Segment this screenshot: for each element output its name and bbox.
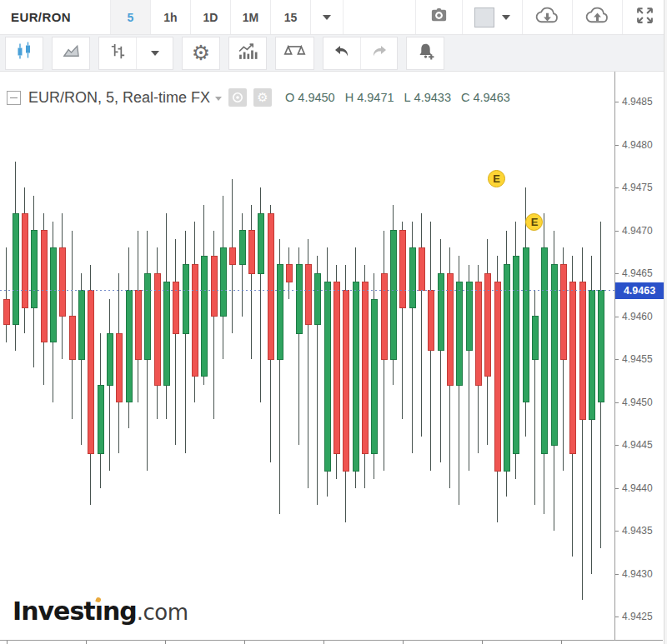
open-label: O (285, 91, 294, 104)
chart-pane[interactable]: EUR/RON, 5, Real-time FX ⚙ O 4.9450 H 4.… (0, 72, 667, 644)
candle-up (324, 247, 330, 497)
price-axis[interactable]: 4.94854.94804.94754.94704.94654.94604.94… (614, 72, 663, 640)
price-tick (615, 273, 619, 274)
chart-widget: EUR/RON 5 1h 1D 1M 15 (0, 0, 667, 644)
price-tick-label: 4.9460 (622, 311, 653, 322)
candle-down (484, 239, 490, 445)
symbol-label: EUR/RON (11, 10, 71, 24)
redo-button[interactable] (360, 37, 397, 69)
candle-down (211, 231, 217, 420)
time-tick (482, 641, 483, 644)
time-axis[interactable] (0, 640, 663, 644)
candle-down (560, 247, 566, 471)
high-value: 4.9471 (357, 91, 394, 104)
close-label: C (461, 91, 469, 104)
style-swatch-icon (474, 7, 494, 27)
low-label: L (404, 91, 411, 104)
undo-arrow-icon (332, 43, 352, 63)
candle-up (371, 273, 377, 479)
price-tick (615, 402, 619, 403)
symbol-button[interactable]: EUR/RON (0, 0, 110, 34)
interval-dropdown-button[interactable] (310, 0, 344, 34)
candlestick-series (0, 72, 614, 640)
cloud-upload-icon (584, 5, 610, 29)
candle-down (135, 231, 141, 402)
price-tick (615, 231, 619, 232)
bars-style-button[interactable] (99, 37, 136, 69)
gear-icon: ⚙ (192, 42, 210, 63)
candle-down (69, 231, 75, 420)
candle-down (579, 247, 585, 599)
chart-style-dropdown-button[interactable] (462, 0, 522, 34)
undo-redo-group (323, 37, 398, 70)
price-tick-label: 4.9480 (622, 139, 653, 151)
fullscreen-button[interactable] (622, 0, 667, 34)
close-value: 4.9463 (473, 91, 509, 104)
page-edge (664, 0, 667, 644)
price-tick-label: 4.9455 (622, 353, 653, 365)
price-tick (615, 531, 619, 532)
candle-up (513, 222, 519, 479)
interval-button-5[interactable]: 5 (110, 0, 150, 34)
interval-button-1d[interactable]: 1D (190, 0, 230, 34)
bars-style-dropdown-button[interactable] (136, 37, 173, 69)
time-tick (323, 641, 324, 644)
snapshot-button[interactable] (415, 0, 462, 34)
chevron-down-icon (323, 15, 331, 20)
cloud-download-icon (534, 5, 560, 29)
candlestick-style-button[interactable] (6, 37, 43, 69)
interval-button-1m[interactable]: 1M (230, 0, 270, 34)
time-tick (86, 641, 87, 644)
interval-button-1h[interactable]: 1h (150, 0, 190, 34)
undo-button[interactable] (323, 37, 360, 69)
interval-button-15[interactable]: 15 (270, 0, 310, 34)
area-chart-icon (60, 42, 83, 64)
candle-down (334, 265, 339, 480)
candle-down (494, 256, 500, 522)
candle-up (13, 162, 18, 351)
area-style-button[interactable] (53, 37, 89, 69)
price-tick-label: 4.9450 (622, 397, 653, 408)
load-layout-button[interactable] (522, 0, 572, 34)
compare-button[interactable] (276, 37, 313, 69)
legend-settings-button[interactable]: ⚙ (253, 88, 272, 107)
candle-down (428, 222, 434, 471)
candle-up (201, 205, 207, 385)
candle-down (248, 205, 254, 359)
open-value: 4.9450 (298, 91, 334, 104)
chart-type-bars-group (98, 37, 173, 70)
save-layout-button[interactable] (572, 0, 622, 34)
chart-legend: EUR/RON, 5, Real-time FX ⚙ O 4.9450 H 4.… (7, 88, 510, 107)
candle-down (399, 222, 405, 419)
candle-down (286, 247, 292, 299)
settings-group: ⚙ (182, 37, 220, 70)
price-tick (615, 187, 619, 188)
ohlc-readout: O 4.9450 H 4.9471 L 4.9433 C 4.9463 (285, 91, 510, 104)
low-value: 4.9433 (414, 91, 451, 104)
candle-up (50, 222, 56, 402)
redo-arrow-icon (369, 43, 389, 63)
price-tick-label: 4.9470 (622, 225, 653, 237)
time-tick (561, 641, 562, 644)
indicators-group (228, 37, 267, 70)
candle-down (116, 273, 122, 453)
legend-snapshot-button[interactable] (228, 88, 247, 107)
last-price-tag: 4.9463 (615, 282, 664, 299)
chart-settings-button[interactable]: ⚙ (183, 37, 219, 69)
candle-up (504, 231, 509, 497)
legend-dropdown-caret-icon[interactable] (215, 97, 222, 101)
candle-up (438, 239, 444, 462)
price-tick-label: 4.9485 (622, 96, 653, 107)
alert-group (406, 37, 444, 70)
indicators-button[interactable] (229, 37, 266, 69)
legend-title[interactable]: EUR/RON, 5, Real-time FX (28, 89, 210, 107)
legend-collapse-button[interactable] (7, 91, 21, 105)
investing-logo: Investıng.com (13, 597, 188, 626)
time-tick (165, 641, 166, 644)
candle-up (78, 273, 84, 445)
price-tick (615, 445, 619, 446)
high-label: H (345, 91, 354, 104)
price-tick (615, 102, 619, 102)
indicators-icon (237, 41, 259, 65)
create-alert-button[interactable] (407, 37, 444, 69)
